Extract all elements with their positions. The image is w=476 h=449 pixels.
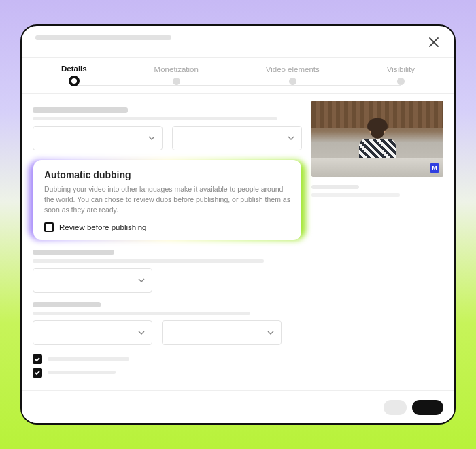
checklist-item[interactable] xyxy=(33,368,302,378)
dropdown-field[interactable] xyxy=(33,320,152,345)
thumbnail-badge: M xyxy=(430,163,439,173)
section-heading-placeholder xyxy=(33,250,302,263)
section-heading-placeholder xyxy=(33,107,302,120)
page-background: Details Monetization Video elements Visi… xyxy=(0,0,476,449)
upload-details-modal: Details Monetization Video elements Visi… xyxy=(20,24,456,425)
card-title: Automatic dubbing xyxy=(44,169,290,180)
modal-footer xyxy=(22,390,454,423)
chevron-down-icon xyxy=(288,135,294,142)
stepper: Details Monetization Video elements Visi… xyxy=(22,58,454,85)
checkbox-checked-icon xyxy=(33,354,42,364)
checkbox-checked-icon xyxy=(33,368,42,378)
stepper-line xyxy=(75,85,401,86)
step-dot-icon xyxy=(397,78,405,85)
chevron-down-icon xyxy=(148,135,155,142)
next-button[interactable] xyxy=(412,400,443,415)
video-thumbnail[interactable]: M xyxy=(311,101,443,177)
step-dot-icon xyxy=(69,76,80,86)
dropdown-field[interactable] xyxy=(33,268,152,293)
review-before-publishing-checkbox[interactable]: Review before publishing xyxy=(44,222,290,232)
modal-header xyxy=(22,26,454,49)
checkbox-icon xyxy=(44,222,54,232)
video-link-placeholder xyxy=(311,185,359,189)
step-dot-icon xyxy=(289,78,296,85)
checklist-label-placeholder xyxy=(48,357,129,361)
step-label: Details xyxy=(61,65,87,73)
options-checklist xyxy=(33,354,302,378)
dropdown-row xyxy=(33,126,302,150)
dropdown-row xyxy=(33,268,302,293)
checkbox-label: Review before publishing xyxy=(59,223,147,231)
chevron-down-icon xyxy=(138,329,145,336)
close-icon xyxy=(428,37,439,48)
section-heading-placeholder xyxy=(33,302,302,315)
step-label: Visibility xyxy=(387,65,415,73)
step-label: Video elements xyxy=(266,65,320,73)
step-video-elements[interactable]: Video elements xyxy=(266,65,320,85)
step-monetization[interactable]: Monetization xyxy=(154,65,199,85)
dropdown-field[interactable] xyxy=(172,126,302,150)
dropdown-field[interactable] xyxy=(162,320,282,345)
dropdown-row xyxy=(33,320,302,345)
chevron-down-icon xyxy=(138,277,145,284)
video-filename-placeholder xyxy=(311,193,400,197)
back-button[interactable] xyxy=(384,400,407,415)
automatic-dubbing-card: Automatic dubbing Dubbing your video int… xyxy=(33,160,301,240)
modal-body: Automatic dubbing Dubbing your video int… xyxy=(22,94,454,393)
chevron-down-icon xyxy=(267,329,274,336)
card-description: Dubbing your video into other languages … xyxy=(44,184,290,216)
details-form: Automatic dubbing Dubbing your video int… xyxy=(33,101,302,393)
step-visibility[interactable]: Visibility xyxy=(387,65,415,85)
automatic-dubbing-highlight: Automatic dubbing Dubbing your video int… xyxy=(29,160,306,240)
dropdown-field[interactable] xyxy=(33,126,163,150)
checklist-label-placeholder xyxy=(48,371,116,374)
step-details[interactable]: Details xyxy=(61,65,87,85)
preview-column: M xyxy=(311,101,443,393)
modal-title-placeholder xyxy=(35,35,171,40)
step-dot-icon xyxy=(173,78,180,85)
close-button[interactable] xyxy=(427,35,441,49)
checklist-item[interactable] xyxy=(33,354,302,364)
step-label: Monetization xyxy=(154,65,199,73)
